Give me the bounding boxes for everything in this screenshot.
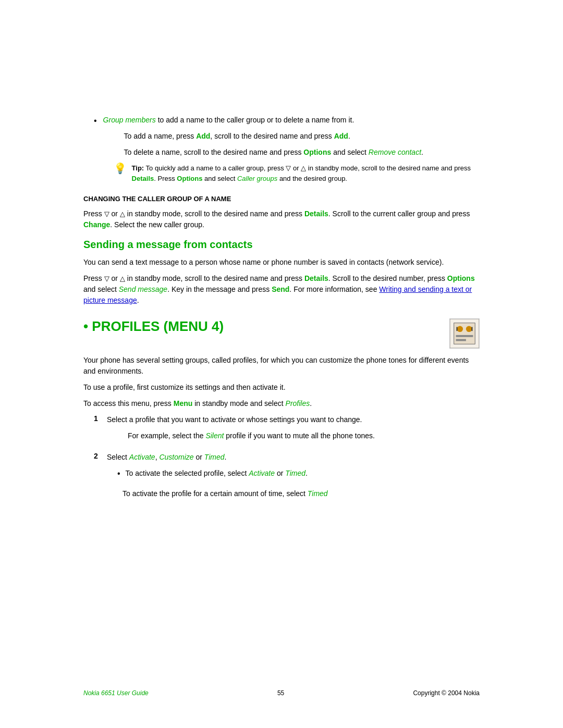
sending-para1: You can send a text message to a person … bbox=[83, 257, 480, 268]
sending-text5: and select bbox=[83, 285, 119, 293]
delete-text3: . bbox=[421, 148, 423, 156]
sending-options: Options bbox=[447, 274, 475, 282]
changing-section: CHANGING THE CALLER GROUP OF A NAME Pres… bbox=[83, 194, 480, 230]
sub1-text2: or bbox=[275, 469, 285, 477]
sending-text3: in standby mode, scroll to the desired n… bbox=[125, 274, 304, 282]
add-text2: , scroll to the desired name and press bbox=[210, 132, 334, 140]
svg-rect-5 bbox=[456, 339, 466, 341]
sub2-text1: To activate the profile for a certain am… bbox=[123, 489, 308, 498]
tip-nav2: △ bbox=[301, 164, 306, 172]
sub-bullet-1-text: To activate the selected profile, select… bbox=[126, 468, 308, 479]
sub1-activate: Activate bbox=[249, 469, 275, 477]
sending-nav2: △ bbox=[120, 275, 125, 282]
profiles-menu: Menu bbox=[174, 399, 193, 408]
changing-change: Change bbox=[83, 220, 110, 229]
sub-bullet-dot-1: • bbox=[117, 468, 120, 484]
svg-rect-4 bbox=[456, 335, 473, 337]
item1-content: Select a profile that you want to activa… bbox=[107, 414, 480, 447]
list-item-2: 2 Select Activate, Customize or Timed. •… bbox=[94, 452, 480, 504]
profiles-para3-text3: . bbox=[310, 399, 312, 408]
item1-text: Select a profile that you want to activa… bbox=[107, 414, 480, 425]
tip-content: Tip: To quickly add a name to a caller g… bbox=[132, 163, 480, 183]
item1-example-para: For example, select the Silent profile i… bbox=[128, 430, 480, 441]
changing-text1: Press bbox=[83, 209, 104, 218]
sending-text8: . bbox=[137, 296, 139, 304]
tip-icon: 💡 bbox=[114, 162, 127, 175]
footer-right: Copyright © 2004 Nokia bbox=[413, 689, 480, 697]
content-area: • Group members to add a name to the cal… bbox=[0, 0, 563, 551]
sub-bullet-2: To activate the profile for a certain am… bbox=[107, 488, 480, 504]
changing-heading: CHANGING THE CALLER GROUP OF A NAME bbox=[83, 194, 480, 204]
changing-text4: . Scroll to the current caller group and… bbox=[328, 209, 470, 218]
profiles-icon bbox=[449, 318, 480, 349]
item2-customize: Customize bbox=[159, 453, 193, 461]
item1-silent: Silent bbox=[205, 431, 224, 440]
sending-text7: . For more information, see bbox=[289, 285, 379, 293]
sending-send: Send bbox=[272, 285, 289, 293]
changing-para: Press ▽ or △ in standby mode, scroll to … bbox=[83, 208, 480, 230]
profiles-para2: To use a profile, first customize its se… bbox=[83, 382, 480, 393]
footer-left: Nokia 6651 User Guide bbox=[83, 689, 149, 697]
sending-text4: . Scroll to the desired number, press bbox=[328, 274, 447, 282]
sub-bullet-1: • To activate the selected profile, sele… bbox=[107, 468, 480, 484]
tip-text4: . Press bbox=[154, 175, 177, 182]
group-members-label: Group members bbox=[103, 116, 156, 124]
profiles-section: • PROFILES (MENU 4) Your phone has sev bbox=[83, 318, 480, 504]
tip-details: Details bbox=[132, 175, 154, 182]
page: • Group members to add a name to the cal… bbox=[0, 0, 563, 728]
tip-text1: To quickly add a name to a caller group,… bbox=[144, 164, 286, 172]
changing-details: Details bbox=[304, 209, 328, 218]
add-text1: To add a name, press bbox=[124, 132, 197, 140]
bullet-dot: • bbox=[94, 115, 97, 190]
changing-nav1: ▽ bbox=[104, 210, 109, 218]
page-footer: Nokia 6651 User Guide 55 Copyright © 200… bbox=[83, 689, 480, 697]
tip-text3: in standby mode, scroll to the desired n… bbox=[306, 164, 471, 172]
sub-bullet-2-text: To activate the profile for a certain am… bbox=[123, 488, 328, 499]
add-text3: . bbox=[348, 132, 350, 140]
svg-point-3 bbox=[466, 326, 472, 332]
delete-label: Options bbox=[303, 148, 331, 156]
sub2-timed: Timed bbox=[308, 489, 328, 498]
group-members-bullet: • Group members to add a name to the cal… bbox=[83, 115, 480, 190]
tip-nav1: ▽ bbox=[286, 164, 291, 172]
profiles-para3-text1: To access this menu, press bbox=[83, 399, 174, 408]
list-item-1: 1 Select a profile that you want to acti… bbox=[94, 414, 480, 447]
item1-number: 1 bbox=[94, 414, 107, 447]
sending-text1: Press bbox=[83, 274, 104, 282]
delete-text1: To delete a name, scroll to the desired … bbox=[124, 148, 304, 156]
sub1-text1: To activate the selected profile, select bbox=[126, 469, 249, 477]
tip-text2: or bbox=[291, 164, 301, 172]
item2-text4: . bbox=[225, 453, 227, 461]
group-members-text1: to add a name to the caller group or to … bbox=[156, 116, 354, 124]
group-members-content: Group members to add a name to the calle… bbox=[103, 115, 480, 190]
profiles-para3-text2: in standby mode and select bbox=[192, 399, 285, 408]
group-members-para: Group members to add a name to the calle… bbox=[103, 115, 480, 126]
tip-caller-groups: Caller groups bbox=[237, 175, 277, 182]
item2-content: Select Activate, Customize or Timed. • T… bbox=[107, 452, 480, 504]
changing-text2: or bbox=[109, 209, 120, 218]
item1-example-text2: profile if you want to mute all the phon… bbox=[224, 431, 375, 440]
item1-example: For example, select the Silent profile i… bbox=[107, 430, 480, 441]
delete-text2: and select bbox=[331, 148, 369, 156]
item2-number: 2 bbox=[94, 452, 107, 504]
sub1-text3: . bbox=[305, 469, 308, 477]
item2-activate: Activate bbox=[129, 453, 155, 461]
profiles-title: • PROFILES (MENU 4) bbox=[83, 318, 449, 335]
profiles-para3: To access this menu, press Menu in stand… bbox=[83, 398, 480, 409]
tip-bold: Tip: bbox=[132, 164, 144, 172]
tip-text6: and the desired group. bbox=[277, 175, 347, 182]
item2-text1: Select bbox=[107, 453, 129, 461]
add-name-para: To add a name, press Add, scroll to the … bbox=[124, 131, 480, 142]
item1-example-text1: For example, select the bbox=[128, 431, 205, 440]
numbered-list: 1 Select a profile that you want to acti… bbox=[83, 414, 480, 504]
delete-italic: Remove contact bbox=[369, 148, 421, 156]
sending-details: Details bbox=[304, 274, 328, 282]
add-label1: Add bbox=[196, 132, 210, 140]
item2-text3: or bbox=[194, 453, 204, 461]
sending-para2: Press ▽ or △ in standby mode, scroll to … bbox=[83, 273, 480, 306]
item2-text: Select Activate, Customize or Timed. bbox=[107, 452, 480, 463]
profiles-para1: Your phone has several setting groups, c… bbox=[83, 355, 480, 377]
changing-nav2: △ bbox=[120, 210, 125, 218]
chapter-heading: • PROFILES (MENU 4) bbox=[83, 318, 480, 349]
svg-point-2 bbox=[457, 326, 463, 332]
